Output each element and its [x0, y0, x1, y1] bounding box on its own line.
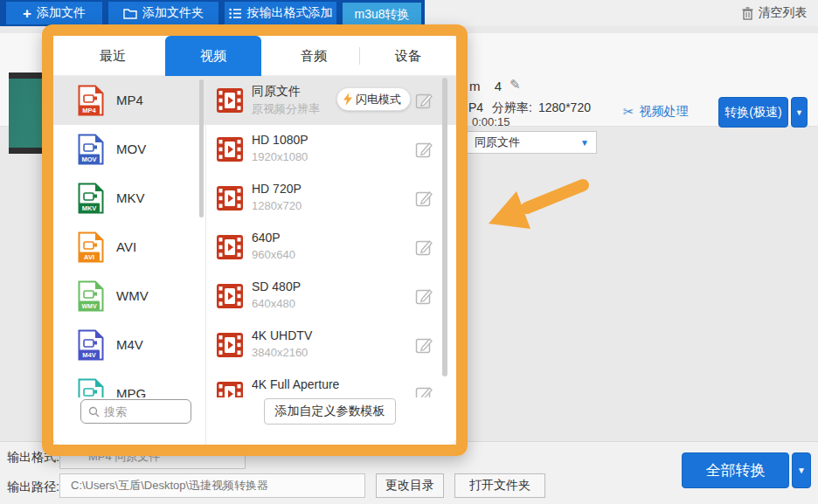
add-by-format-button[interactable]: 按输出格式添加 [225, 2, 336, 24]
format-item-mp4[interactable]: MP4 MP4 [53, 76, 205, 125]
format-label: MOV [116, 125, 146, 174]
format-item-avi[interactable]: AVI AVI [53, 223, 205, 272]
mp4-doc-icon: MP4 [78, 85, 104, 116]
row-output-format-select[interactable]: 同原文件 ▼ [467, 131, 597, 154]
preset-title: HD 720P [252, 182, 302, 196]
convert-all-button[interactable]: 全部转换 [682, 452, 789, 488]
edit-preset-icon[interactable] [414, 91, 433, 110]
output-format-select[interactable]: MP4 同原文件 [59, 445, 246, 469]
format-label: MKV [116, 174, 145, 223]
preset-title: 4K UHDTV [252, 328, 312, 342]
film-icon [217, 235, 243, 259]
tab-video[interactable]: 视频 [165, 36, 261, 76]
edit-preset-icon[interactable] [414, 238, 433, 257]
preset-640p[interactable]: 640P 960x640 [206, 223, 456, 272]
open-folder-button[interactable]: 打开文件夹 [454, 473, 545, 498]
format-item-mpg[interactable]: MPG MPG [53, 369, 205, 397]
highlight-arrow [476, 168, 590, 238]
format-label: AVI [116, 223, 136, 272]
preset-subtitle: 原视频分辨率 [252, 101, 320, 117]
output-path-input[interactable] [59, 473, 365, 498]
preset-hd-1080p[interactable]: HD 1080P 1920x1080 [206, 125, 456, 174]
svg-text:MOV: MOV [81, 155, 96, 163]
search-icon [88, 406, 100, 418]
convert-fast-button[interactable]: 转换(极速) [718, 97, 788, 128]
format-label: WMV [116, 272, 149, 321]
clear-list-label: 清空列表 [759, 5, 808, 21]
wmv-doc-icon: WMV [78, 280, 104, 312]
list-icon [229, 8, 242, 19]
convert-all-caret[interactable]: ▼ [792, 452, 811, 488]
preset-subtitle: 1280x720 [252, 199, 302, 212]
clear-list-button[interactable]: 清空列表 [734, 3, 815, 24]
svg-text:MP4: MP4 [82, 107, 96, 114]
lightning-icon [343, 93, 352, 106]
output-prefix-fragment: 4 [458, 135, 464, 148]
preset-list-scrollbar[interactable] [442, 78, 447, 376]
convert-options-caret[interactable]: ▼ [791, 97, 808, 128]
edit-preset-icon[interactable] [414, 140, 433, 159]
output-format-label: 输出格式: [7, 450, 59, 466]
add-folder-button[interactable]: 添加文件夹 [108, 2, 218, 24]
add-custom-template-button[interactable]: 添加自定义参数模板 [264, 398, 396, 425]
preset-same-as-source[interactable]: 同原文件 原视频分辨率 闪电模式 [206, 76, 456, 125]
tab-device[interactable]: 设备 [363, 36, 454, 76]
format-label: M4V [116, 321, 143, 369]
preset-4k-uhdtv[interactable]: 4K UHDTV 3840x2160 [206, 321, 456, 369]
preset-title: HD 1080P [252, 133, 308, 147]
preset-sd-480p[interactable]: SD 480P 640x480 [206, 272, 456, 321]
tab-divider [359, 47, 360, 65]
svg-text:M4V: M4V [82, 351, 95, 359]
output-format-value: MP4 同原文件 [88, 449, 160, 465]
mpg-doc-icon: MPG [78, 378, 104, 397]
plus-icon: + [23, 6, 31, 21]
preset-4k-full-aperture[interactable]: 4K Full Aperture [206, 369, 456, 397]
preset-subtitle: 1920x1080 [252, 150, 308, 163]
m3u8-label: m3u8转换 [354, 7, 409, 23]
format-list: MP4 MP4 MOV MOV MKV [53, 76, 205, 397]
film-icon [217, 333, 243, 357]
svg-text:AVI: AVI [84, 253, 94, 261]
format-item-wmv[interactable]: WMV WMV [53, 272, 205, 321]
mkv-doc-icon: MKV [78, 183, 104, 214]
format-fragment: P4 [468, 100, 483, 114]
preset-title: 同原文件 [252, 84, 301, 100]
add-file-button[interactable]: + 添加文件 [6, 2, 102, 24]
resolution-value: 1280*720 [538, 100, 591, 114]
format-popup: 最近 视频 音频 设备 MP4 MP4 MOV [53, 36, 456, 445]
tab-recent[interactable]: 最近 [67, 36, 158, 76]
film-icon [217, 137, 243, 162]
preset-title: 4K Full Aperture [252, 377, 339, 391]
format-list-scrollbar[interactable] [199, 79, 204, 217]
add-file-label: 添加文件 [37, 5, 86, 21]
edit-preset-icon[interactable] [414, 384, 433, 397]
format-item-m4v[interactable]: M4V M4V [53, 321, 205, 369]
preset-list: 同原文件 原视频分辨率 闪电模式 [206, 76, 456, 397]
edit-preset-icon[interactable] [414, 287, 433, 306]
preset-subtitle: 640x480 [252, 297, 295, 310]
video-process-label: 视频处理 [640, 104, 689, 120]
add-folder-label: 添加文件夹 [142, 5, 204, 21]
pencil-icon[interactable]: ✎ [510, 77, 521, 93]
change-directory-button[interactable]: 更改目录 [376, 473, 444, 498]
bottom-bar: 输出格式: MP4 同原文件 输出路径: 更改目录 打开文件夹 全部转换 ▼ [0, 441, 818, 504]
film-icon [217, 382, 243, 397]
edit-preset-icon[interactable] [414, 189, 433, 208]
search-box [80, 399, 191, 424]
format-item-mkv[interactable]: MKV MKV [53, 174, 205, 223]
film-icon [217, 186, 243, 211]
preset-subtitle: 960x640 [252, 248, 295, 261]
preset-title: 640P [252, 231, 281, 245]
m3u8-convert-tab[interactable]: m3u8转换 [343, 3, 421, 26]
lightning-mode-label: 闪电模式 [356, 92, 401, 107]
edit-preset-icon[interactable] [414, 335, 433, 355]
row-output-format-value: 同原文件 [475, 135, 520, 150]
filename-fragment: m 4 [469, 79, 502, 93]
tab-audio[interactable]: 音频 [268, 36, 359, 76]
video-process-button[interactable]: ✂ 视频处理 [623, 104, 689, 120]
search-input[interactable] [104, 405, 178, 418]
preset-hd-720p[interactable]: HD 720P 1280x720 [206, 174, 456, 223]
format-item-mov[interactable]: MOV MOV [53, 125, 205, 174]
format-label: MPG [116, 369, 146, 397]
format-label: MP4 [116, 76, 143, 125]
